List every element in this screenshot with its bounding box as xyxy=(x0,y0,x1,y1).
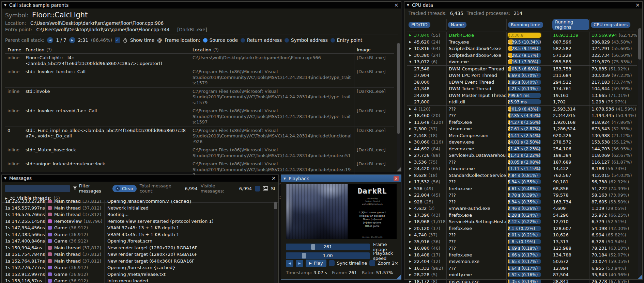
close-icon[interactable]: × xyxy=(394,176,399,181)
col-cpu-migrations[interactable]: CPU migrations xyxy=(591,22,630,28)
callstack-scrollbar[interactable] xyxy=(397,43,400,169)
cpu-row[interactable]: ▶ 28,228 (5) mintty.exe 1.52 s (0.16%) 8… xyxy=(407,271,637,278)
expand-icon[interactable]: ▶ xyxy=(409,187,414,190)
cpu-row[interactable]: ▶ 44,692 (84) devenv.exe 21.43 s (2.23%)… xyxy=(407,146,637,152)
resize-grip[interactable] xyxy=(397,275,401,279)
collapse-icon[interactable]: ▼ xyxy=(4,3,6,7)
message-row[interactable]: 1s 150,994,64ns Main thread (37,812) New… xyxy=(2,245,278,251)
cpu-row[interactable]: 34,028 DWM Master Input Thread 799.64 ms… xyxy=(407,92,637,99)
scrollbar-thumb[interactable] xyxy=(397,43,400,134)
expand-icon[interactable]: ▶ xyxy=(409,47,414,50)
function-cell[interactable]: std::_Invoker_ret<void,1>::_Call xyxy=(23,107,190,127)
expand-icon[interactable]: ▶ xyxy=(409,233,414,236)
function-cell[interactable]: std::_Func_impl_no_alloc<<lambda_5bc224f… xyxy=(23,127,190,146)
sync-timeline-label[interactable]: Sync timeline xyxy=(337,261,367,266)
cpu-row[interactable]: ▶ 17,532 (56) ??? 5.34 s (0.55%) 90,181 … xyxy=(407,179,637,185)
col-location[interactable]: Location(?) xyxy=(190,46,354,54)
function-cell[interactable]: std::_Invoker_functor::_Call xyxy=(23,68,190,87)
message-thread[interactable]: Game (36,912) xyxy=(45,224,105,231)
col-frame[interactable]: Frame xyxy=(5,46,23,54)
play-button[interactable]: ▶ Play xyxy=(306,260,326,267)
step-forward-button[interactable]: ▶ xyxy=(296,260,303,267)
expand-icon[interactable]: ▶ xyxy=(409,161,414,164)
collapse-icon[interactable]: ▼ xyxy=(283,177,286,180)
expand-icon[interactable]: ▶ xyxy=(409,180,414,183)
cpu-row[interactable]: 41,348 DWM Token Thread 1.21 s (0.13%) 1… xyxy=(407,85,637,92)
cpu-row[interactable]: ▶ 18,172 (8) msvsmon.exe 1.35 s (0.14%) … xyxy=(407,278,637,283)
cpu-row[interactable]: ▶ 18,968 (1,018) ServiceHub.SettingsHost… xyxy=(407,218,637,225)
close-icon[interactable]: × xyxy=(272,176,276,181)
message-row[interactable]: 1s 147,383,566ns Game (36,912) VRAM 43x4… xyxy=(2,231,278,238)
collapse-icon[interactable]: ▼ xyxy=(407,3,409,7)
speed-slider[interactable]: 1.00 xyxy=(286,252,370,259)
callstack-row[interactable]: inline std::_Invoker_functor::_Call C:\P… xyxy=(5,68,394,87)
cpu-row[interactable]: 27,548 DWM Compositor Thread 1:03.5 (6.6… xyxy=(407,65,637,72)
cpu-row[interactable]: ▶ 2,448 (18) MemCompression 24.41 s (2.5… xyxy=(407,132,637,139)
next-stack-button[interactable]: ▶ xyxy=(69,37,75,43)
message-thread[interactable]: Game (36,912) xyxy=(45,238,105,245)
zoom-2x-label[interactable]: Zoom 2× xyxy=(378,261,398,266)
show-images-checkbox[interactable] xyxy=(255,186,260,192)
cpu-row[interactable]: 27,800 ntdll.dll 25.93 ms (0.00%) 1,702 … xyxy=(407,99,637,105)
cpu-row[interactable]: ▶ 20,120 (17) firefox.exe 2.1 s (0.22%) … xyxy=(407,225,637,232)
cpu-row[interactable]: ▶ 35,916 (36) ??? 1.8 s (0.19%) 13,313 6… xyxy=(407,238,637,245)
prev-stack-button[interactable]: ◀ xyxy=(47,37,53,43)
col-running-time[interactable]: Running time xyxy=(508,22,543,28)
frame-slider[interactable]: 261 xyxy=(286,244,370,250)
step-back-button[interactable]: ◀ xyxy=(286,260,293,267)
messages-scrollbar[interactable] xyxy=(274,201,277,283)
message-row[interactable]: 1s 151,754,784ns Main thread (37,812) Ne… xyxy=(2,251,278,258)
message-row[interactable]: 1s 147,400,846ns Game (36,912) Opening /… xyxy=(2,238,278,245)
cpu-row[interactable]: ▶ 8,628 (18) StandardCollector.Service.e… xyxy=(407,172,637,179)
message-thread[interactable]: Main thread (37,812) xyxy=(45,245,105,251)
resize-grip[interactable] xyxy=(397,167,401,171)
message-row[interactable]: 1s 152,776,777ns Game (36,912) Opening /… xyxy=(2,264,278,271)
callstack-row[interactable]: 0 std::_Func_impl_no_alloc<<lambda_5bc22… xyxy=(5,127,394,146)
message-row[interactable]: 1s 153,116,37ns Game (36,912) Intro menu… xyxy=(2,278,278,283)
cpu-row[interactable]: ▶ 30,380 (24) ScriptedSandbox64.exe 1:28… xyxy=(407,52,637,59)
expand-icon[interactable]: ▶ xyxy=(409,194,414,197)
message-thread[interactable]: Game (36,912) xyxy=(45,231,105,238)
cpu-row[interactable]: ▶ 16,880 (46) ??? 1.69 s (0.18%) 123,988… xyxy=(407,245,637,252)
message-row[interactable]: 1s 147,255,145ns RemoteView (18,796) Rem… xyxy=(2,218,278,225)
function-cell[interactable]: Floor::CalcLight::__l4::<lambda_5bc224f1… xyxy=(23,54,190,68)
expand-icon[interactable]: ▼ xyxy=(409,60,414,63)
function-cell[interactable]: std::_Mutex_base::lock xyxy=(23,146,190,160)
col-running-regions[interactable]: Running regions xyxy=(552,19,589,30)
scrollbar-thumb[interactable] xyxy=(638,28,641,60)
expand-icon[interactable]: ▶ xyxy=(409,121,414,124)
show-time-label[interactable]: Show time xyxy=(130,37,154,43)
callstack-row[interactable]: inline std::_Mutex_base::lock C:\Program… xyxy=(5,146,394,160)
cpu-row[interactable]: ▶ 45,620 (24) Tracy.exe 1:39.5 (10.34%) … xyxy=(407,39,637,46)
message-thread[interactable]: Main thread (37,812) xyxy=(45,258,105,265)
expand-icon[interactable]: ▶ xyxy=(409,54,414,57)
expand-icon[interactable]: ▶ xyxy=(409,114,414,117)
expand-icon[interactable]: ▶ xyxy=(409,260,414,263)
radio-source-code[interactable]: Source code xyxy=(203,37,238,43)
expand-icon[interactable]: ▶ xyxy=(409,140,414,144)
radio-entry-point[interactable]: Entry point xyxy=(331,37,363,43)
expand-icon[interactable]: ▶ xyxy=(409,280,414,283)
cpu-row[interactable]: ▶ 4 (120) ??? 1:01.9 (6.43%) 2,593,314 1… xyxy=(407,105,637,113)
cpu-row[interactable]: 37,904 DWM LPC Port Thread 6.69 s (0.70%… xyxy=(407,72,637,79)
radio-return-address[interactable]: Return address xyxy=(241,37,282,43)
function-cell[interactable]: std::invoke xyxy=(23,87,190,107)
cpu-row[interactable]: ▶ 7,300 (37) steam.exe 27.61 s (2.87%) 1… xyxy=(407,126,637,132)
col-function[interactable]: Function(?) xyxy=(23,46,190,54)
expand-icon[interactable]: ▶ xyxy=(409,227,414,230)
sync-timeline-checkbox[interactable] xyxy=(329,260,335,266)
expand-icon[interactable]: ▶ xyxy=(409,40,414,44)
expand-icon[interactable]: ▶ xyxy=(409,134,414,137)
cpu-row[interactable]: ▶ 10,816 (64) ScriptedSandbox64.exe 1:28… xyxy=(407,45,637,52)
message-row[interactable]: 1s 152,764,817ns Main thread (37,812) Ne… xyxy=(2,258,278,265)
expand-icon[interactable]: ▶ xyxy=(409,267,414,270)
expand-icon[interactable]: ▶ xyxy=(409,107,414,111)
expand-icon[interactable]: ▶ xyxy=(409,154,414,157)
expand-icon[interactable]: ▶ xyxy=(409,273,414,276)
cpu-row[interactable]: ▶ 22,804 (45) ??? 3.78 s (0.39%) 79,578 … xyxy=(407,192,637,199)
cpu-row[interactable]: ▶ 18,460 (20) ??? 42.85 s (4.45%) 2,344,… xyxy=(407,112,637,119)
expand-icon[interactable]: ▶ xyxy=(409,220,414,223)
expand-icon[interactable]: ▶ xyxy=(409,214,414,217)
message-row[interactable]: 1s 152,912,997ns Game (36,912) Opening /… xyxy=(2,271,278,278)
expand-icon[interactable]: ▶ xyxy=(5,197,7,200)
